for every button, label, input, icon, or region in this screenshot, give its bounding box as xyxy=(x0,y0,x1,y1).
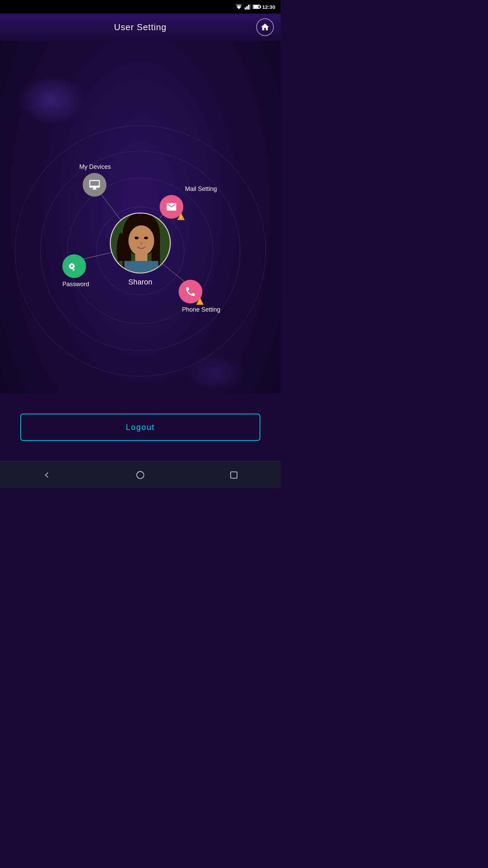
mail-icon xyxy=(166,201,177,213)
svg-rect-26 xyxy=(231,472,237,478)
glow-effect-1 xyxy=(17,75,85,125)
header: User Setting xyxy=(0,14,281,41)
devices-button[interactable] xyxy=(83,173,106,197)
svg-rect-4 xyxy=(246,6,248,9)
user-name: Sharon xyxy=(110,278,171,287)
svg-point-25 xyxy=(137,471,144,478)
phone-label: Phone Setting xyxy=(182,306,220,313)
node-phone[interactable]: Phone Setting xyxy=(179,280,202,303)
time-display: 12:30 xyxy=(262,4,275,10)
svg-rect-3 xyxy=(245,7,246,9)
svg-point-20 xyxy=(135,237,139,239)
status-bar: 12:30 xyxy=(0,0,281,14)
wifi-icon xyxy=(235,4,243,9)
page-title: User Setting xyxy=(114,22,166,33)
avatar xyxy=(110,213,171,274)
avatar-image xyxy=(111,214,171,274)
password-button[interactable] xyxy=(62,254,86,278)
devices-label: My Devices xyxy=(79,163,111,171)
node-mail[interactable]: Mail Setting xyxy=(160,195,183,219)
node-devices[interactable]: My Devices xyxy=(83,173,106,197)
nav-bar xyxy=(0,461,281,488)
key-icon xyxy=(68,260,80,272)
signal-icon xyxy=(245,4,251,9)
nav-home-button[interactable] xyxy=(132,467,149,484)
monitor-icon xyxy=(89,179,100,191)
svg-rect-5 xyxy=(248,5,249,9)
node-password[interactable]: Password xyxy=(62,254,86,278)
mail-label: Mail Setting xyxy=(185,185,217,193)
user-avatar-container: Sharon xyxy=(110,213,171,287)
home-button[interactable] xyxy=(256,18,274,36)
svg-marker-2 xyxy=(235,4,243,6)
bottom-area: Logout xyxy=(0,393,281,461)
svg-rect-6 xyxy=(250,4,251,9)
svg-point-19 xyxy=(128,225,154,256)
nav-back-button[interactable] xyxy=(38,467,55,484)
logout-button[interactable]: Logout xyxy=(20,414,260,441)
back-icon xyxy=(42,470,52,480)
home-icon xyxy=(260,22,270,32)
status-icons: 12:30 xyxy=(235,4,275,10)
svg-rect-24 xyxy=(124,261,158,274)
main-content: Sharon My Devices Mail Setting Password xyxy=(0,41,281,461)
battery-icon xyxy=(253,5,260,9)
glow-effect-2 xyxy=(186,353,247,393)
recent-icon xyxy=(229,470,239,480)
password-label: Password xyxy=(62,281,89,288)
svg-point-21 xyxy=(144,237,148,239)
phone-button[interactable] xyxy=(179,280,202,303)
phone-icon xyxy=(185,286,196,297)
nav-recent-button[interactable] xyxy=(225,467,242,484)
mail-button[interactable] xyxy=(160,195,183,219)
svg-point-22 xyxy=(140,242,143,245)
nav-home-icon xyxy=(136,470,145,480)
